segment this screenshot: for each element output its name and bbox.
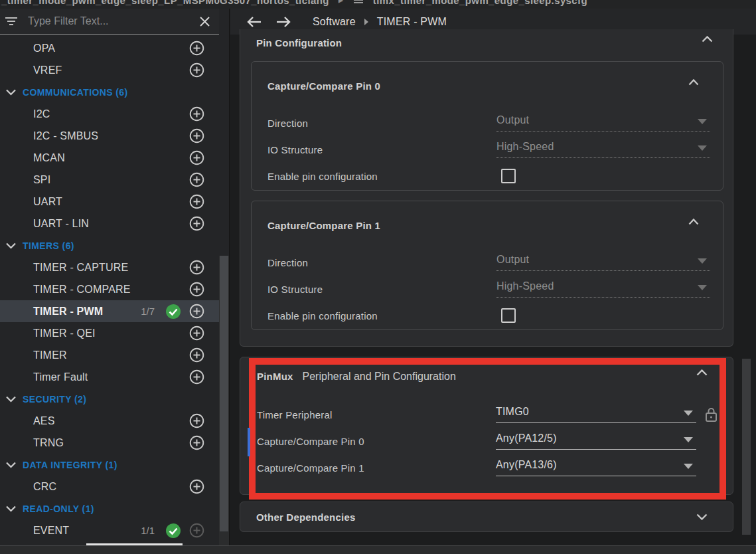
add-instance-icon[interactable] — [189, 347, 204, 363]
add-instance-icon[interactable] — [189, 216, 204, 231]
chevron-down-icon[interactable] — [5, 461, 23, 468]
sidebar-item-i2c[interactable]: I2C — [0, 103, 219, 125]
chevron-down-icon[interactable] — [5, 395, 23, 403]
sidebar-item-timer-pwm[interactable]: TIMER - PWM1/7 — [0, 300, 219, 322]
field-label: IO Structure — [267, 144, 323, 155]
sidebar-item-uart-lin[interactable]: UART - LIN — [0, 213, 219, 234]
sidebar-item-uart[interactable]: UART — [0, 191, 219, 213]
add-instance-icon[interactable] — [189, 41, 204, 56]
sidebar-category-read-only-1[interactable]: READ-ONLY (1) — [0, 498, 219, 519]
dropdown-value: Any(PA13/6) — [496, 459, 696, 476]
add-instance-icon[interactable] — [189, 172, 204, 187]
sidebar-item-aes[interactable]: AES — [0, 410, 219, 432]
config-field-row: DirectionOutput — [252, 249, 723, 276]
sidebar-item-trng[interactable]: TRNG — [0, 432, 219, 454]
breadcrumb-software[interactable]: Software — [313, 16, 356, 28]
dropdown-select[interactable]: TIMG0 — [496, 406, 696, 423]
sidebar-category-data-integrity-1[interactable]: DATA INTEGRITY (1) — [0, 454, 219, 476]
dropdown-value: Output — [496, 114, 710, 131]
pinmux-title: PinMux — [257, 371, 293, 382]
collapse-chevron-up-icon[interactable] — [702, 36, 713, 43]
collapse-chevron-up-icon[interactable] — [688, 219, 699, 225]
enable-pin-checkbox[interactable] — [501, 169, 516, 183]
add-instance-icon[interactable] — [189, 282, 204, 297]
add-instance-icon[interactable] — [189, 304, 204, 319]
filter-input[interactable] — [23, 15, 190, 27]
dropdown-arrow-icon — [698, 145, 707, 151]
sidebar-item-timer-fault[interactable]: Timer Fault — [0, 366, 219, 388]
sidebar-row-label: TIMER - QEI — [33, 327, 189, 339]
sidebar-row-label: SPI — [33, 174, 189, 186]
sidebar-row-label: DATA INTEGRITY (1) — [23, 460, 204, 470]
hamburger-icon — [353, 0, 364, 4]
peripheral-sidebar: OPAVREFCOMMUNICATIONS (6)I2CI2C - SMBUSM… — [0, 9, 230, 545]
collapse-chevron-up-icon[interactable] — [696, 369, 708, 376]
sidebar-item-timer-qei[interactable]: TIMER - QEI — [0, 322, 219, 344]
add-instance-icon[interactable] — [189, 150, 204, 165]
sidebar-row-label: I2C - SMBUS — [33, 130, 189, 142]
field-value: High-Speed — [496, 280, 710, 298]
sidebar-category-security-2[interactable]: SECURITY (2) — [0, 388, 219, 410]
sidebar-item-timer[interactable]: TIMER — [0, 344, 219, 366]
sidebar-row-label: UART - LIN — [33, 218, 189, 230]
field-value: Any(PA13/6) — [496, 459, 696, 476]
sidebar-item-timer-capture[interactable]: TIMER - CAPTURE — [0, 256, 219, 278]
dropdown-arrow-icon[interactable] — [684, 411, 693, 416]
sidebar-scrollbar-track[interactable] — [219, 256, 229, 545]
chevron-down-icon[interactable] — [5, 242, 23, 249]
project-name[interactable]: _timer_mode_pwm_edge_sleep_LP_MSPM0G3507… — [1, 0, 329, 6]
sidebar-category-timers-6[interactable]: TIMERS (6) — [0, 234, 219, 256]
breadcrumb-arrow-icon: ▸ — [339, 0, 344, 6]
sidebar-row-label: TIMER - CAPTURE — [33, 262, 189, 274]
fields-block: DirectionOutputIO StructureHigh-SpeedEna… — [252, 110, 723, 189]
sidebar-scrollbar-thumb[interactable] — [220, 256, 228, 531]
add-instance-icon[interactable] — [189, 106, 204, 122]
field-value — [496, 169, 516, 183]
dropdown-select: Output — [496, 254, 710, 271]
collapse-chevron-up-icon[interactable] — [688, 79, 699, 86]
add-instance-icon[interactable] — [189, 128, 204, 143]
sidebar-item-timer-compare[interactable]: TIMER - COMPARE — [0, 278, 219, 300]
dropdown-value: Any(PA12/5) — [496, 432, 696, 449]
chevron-down-icon[interactable] — [5, 88, 23, 96]
dropdown-value: High-Speed — [496, 280, 710, 297]
dropdown-arrow-icon[interactable] — [684, 437, 693, 442]
sidebar-item-spi[interactable]: SPI — [0, 169, 219, 191]
chevron-down-icon[interactable] — [5, 505, 23, 512]
clear-filter-icon[interactable] — [190, 17, 219, 27]
dropdown-value: High-Speed — [496, 141, 710, 157]
dropdown-select[interactable]: Any(PA12/5) — [496, 432, 696, 450]
add-instance-icon[interactable] — [189, 479, 204, 494]
sidebar-row-label: TIMER - COMPARE — [33, 284, 189, 296]
sidebar-item-opa[interactable]: OPA — [0, 37, 219, 59]
back-arrow-icon[interactable] — [246, 16, 262, 28]
sidebar-row-label: AES — [33, 415, 189, 427]
add-instance-icon[interactable] — [189, 62, 204, 78]
open-file-name[interactable]: timx_timer_mode_pwm_edge_sleep.syscfg — [373, 0, 587, 6]
expand-chevron-down-icon[interactable] — [696, 513, 708, 520]
capture-compare-pin0-card: Capture/Compare Pin 0DirectionOutputIO S… — [251, 61, 723, 191]
forward-arrow-icon[interactable] — [275, 16, 291, 28]
sidebar-row-label: OPA — [33, 43, 189, 54]
sidebar-item-event[interactable]: EVENT1/1 — [0, 519, 219, 541]
sidebar-item-crc[interactable]: CRC — [0, 476, 219, 498]
main-scrollbar-thumb[interactable] — [742, 359, 751, 535]
enable-pin-checkbox[interactable] — [501, 308, 516, 323]
add-instance-icon[interactable] — [189, 325, 204, 341]
dropdown-arrow-icon[interactable] — [684, 464, 693, 469]
add-instance-icon[interactable] — [189, 369, 204, 385]
sidebar-item-i2c-smbus[interactable]: I2C - SMBUS — [0, 125, 219, 147]
add-instance-icon[interactable] — [189, 260, 204, 275]
dropdown-select[interactable]: Any(PA13/6) — [496, 459, 696, 476]
sidebar-item-mcan[interactable]: MCAN — [0, 147, 219, 169]
add-instance-icon[interactable] — [189, 435, 204, 450]
sidebar-category-communications-6[interactable]: COMMUNICATIONS (6) — [0, 81, 219, 103]
add-instance-icon[interactable] — [189, 194, 204, 209]
sidebar-item-vref[interactable]: VREF — [0, 59, 219, 81]
pin-configuration-section: Pin Configuration Capture/Compare Pin 0D… — [240, 29, 733, 347]
check-circle-icon — [165, 523, 181, 539]
field-label: Enable pin configuration — [267, 171, 378, 182]
field-label: Direction — [267, 118, 308, 129]
sidebar-row-label: Timer Fault — [33, 371, 189, 383]
add-instance-icon[interactable] — [189, 413, 204, 428]
